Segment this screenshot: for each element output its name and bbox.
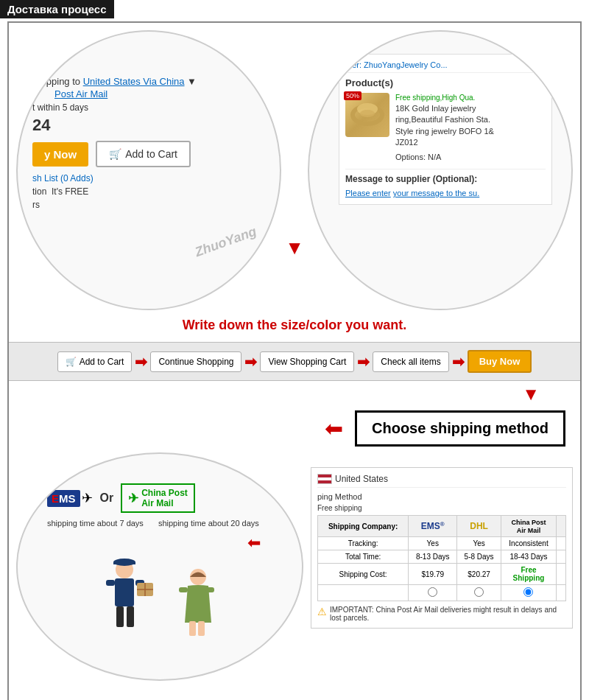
- down-arrow-connector: ▼: [285, 237, 304, 259]
- china-post-box: ✈ China Post Air Mail: [121, 483, 195, 513]
- arrow-3: ➡: [357, 353, 370, 371]
- dhl-radio-input[interactable]: [474, 587, 484, 597]
- bottom-circle-inner: EMS ✈ Or ✈ China Post Air Mail: [47, 483, 275, 637]
- bottom-section: EMS ✈ Or ✈ China Post Air Mail: [9, 452, 580, 681]
- dhl-cost: $20.27: [457, 564, 501, 585]
- shipping-options-row: EMS ✈ Or ✈ China Post Air Mail: [47, 483, 275, 513]
- ems-time: shipping time about 7 days: [47, 519, 144, 528]
- arrow-2: ➡: [244, 353, 257, 371]
- table-row-cost: Shipping Cost: $19.79 $20.27 FreeShippin…: [318, 564, 566, 585]
- arrow-1: ➡: [135, 353, 147, 371]
- buy-now-step[interactable]: Buy Now: [468, 350, 532, 373]
- table-header-label: Shipping Company:: [318, 516, 409, 537]
- free-shipping-cell: FreeShipping: [513, 566, 545, 582]
- wish-list[interactable]: sh List (0 Adds): [32, 173, 268, 183]
- country-name: United States: [335, 474, 388, 484]
- table-row-tracking: Tracking: Yes Yes Inconsistent: [318, 537, 566, 550]
- table-row-select: [318, 585, 566, 601]
- check-items-step[interactable]: Check all items: [373, 351, 448, 372]
- extra-cost: [557, 564, 566, 585]
- svg-rect-7: [116, 606, 124, 627]
- ems-tracking: Yes: [409, 537, 457, 550]
- ems-radio[interactable]: [409, 585, 457, 601]
- people-svg: [47, 556, 275, 637]
- main-container: Shipping to United States Via China ▼ Po…: [7, 21, 582, 700]
- china-time: 18-43 Days: [501, 550, 556, 564]
- shipping-times: shipping time about 7 days shipping time…: [47, 519, 275, 528]
- china-tracking: Inconsistent: [501, 537, 556, 550]
- shipping-table: Shipping Company: EMS® DHL China PostAir…: [317, 515, 566, 601]
- product-row: 50% Free shipping,High Qua. 18K Gold Inl…: [345, 93, 546, 163]
- label-time: Total Time:: [318, 550, 409, 564]
- china-radio-input[interactable]: [523, 587, 533, 597]
- price-text: 24: [32, 116, 268, 135]
- protection2: rs: [32, 200, 268, 210]
- seller-name: nter: ZhuoYangJewelry Co...: [345, 60, 546, 73]
- label-tracking: Tracking:: [318, 537, 409, 550]
- svg-rect-16: [198, 621, 205, 636]
- choose-shipping-left-arrow: ⬅: [325, 416, 343, 441]
- choose-shipping-box: ⬅ Choose shipping method: [9, 405, 580, 449]
- receiver-person-svg: [169, 564, 224, 637]
- table-row-time: Total Time: 8-13 Days 5-8 Days 18-43 Day…: [318, 550, 566, 564]
- product-options: Options: N/A: [395, 152, 494, 163]
- delivery-person-svg: [99, 556, 169, 637]
- sale-badge: 50%: [344, 91, 361, 100]
- cart-icon: 🛒: [109, 148, 121, 160]
- write-down-text: Write down the size/color you want.: [9, 318, 580, 333]
- bottom-right-panel: United States ping Method Free shipping …: [311, 467, 573, 629]
- china-cost: FreeShipping: [501, 564, 556, 585]
- view-cart-step[interactable]: View Shopping Cart: [260, 351, 354, 372]
- shipping-link[interactable]: United States Via China: [83, 76, 185, 87]
- product-description: Free shipping,High Qua. 18K Gold Inlay j…: [395, 93, 494, 163]
- watermark: ZhuoYang: [193, 224, 258, 261]
- extra-radio: [557, 585, 566, 601]
- shipping-method-title: ping Method: [317, 492, 566, 501]
- label-cost: Shipping Cost:: [318, 564, 409, 585]
- left-arrow-delivery: ⬅: [247, 533, 261, 553]
- important-icon: ⚠: [317, 606, 327, 617]
- extra-tracking: [557, 537, 566, 550]
- buy-now-down-arrow-row: ▼: [9, 384, 580, 405]
- continue-shopping-step[interactable]: Continue Shopping: [150, 351, 241, 372]
- message-enter-link[interactable]: Please enter: [345, 189, 391, 197]
- page-title: Доставка процесс: [0, 0, 114, 18]
- china-post-label2: Air Mail: [141, 498, 188, 508]
- shipping-link2[interactable]: Post Air Mail: [54, 88, 268, 99]
- table-header-ems: EMS®: [409, 516, 457, 537]
- message-section: Message to supplier (Optional): Please e…: [345, 169, 546, 198]
- ems-time: 8-13 Days: [409, 550, 457, 564]
- svg-rect-5: [113, 562, 135, 564]
- products-header: Product(s): [345, 77, 546, 88]
- label-select: [318, 585, 409, 601]
- or-text: Or: [100, 491, 114, 505]
- svg-rect-18: [205, 587, 214, 592]
- ems-logo: EMS ✈: [47, 490, 93, 507]
- protection: tion It's FREE: [32, 186, 268, 197]
- left-arrow-row: ⬅: [47, 533, 261, 553]
- svg-rect-15: [189, 621, 196, 636]
- svg-rect-8: [127, 606, 134, 627]
- shipping-to-label: Shipping to United States Via China ▼: [32, 76, 268, 87]
- dhl-time: 5-8 Days: [457, 550, 501, 564]
- ems-text: EMS: [47, 490, 80, 507]
- table-header-dhl: DHL: [457, 516, 501, 537]
- important-note: ⚠ IMPORTANT: China Post Air Mail deliver…: [317, 606, 566, 622]
- buy-now-button[interactable]: y Now: [32, 142, 88, 167]
- dhl-radio[interactable]: [457, 585, 501, 601]
- add-to-cart-step[interactable]: 🛒 Add to Cart: [57, 351, 133, 372]
- choose-shipping-label: Choose shipping method: [355, 410, 565, 447]
- important-text: IMPORTANT: China Post Air Mail deliverie…: [330, 606, 566, 622]
- delivery-days: t within 5 days: [32, 102, 268, 113]
- us-flag-icon: [317, 474, 332, 484]
- svg-rect-17: [179, 587, 188, 592]
- right-circle-content: nter: ZhuoYangJewelry Co... Product(s) 5…: [339, 54, 552, 205]
- china-radio[interactable]: [501, 585, 556, 601]
- left-circle-content: Shipping to United States Via China ▼ Po…: [32, 76, 268, 213]
- svg-point-2: [360, 110, 375, 117]
- add-to-cart-button[interactable]: 🛒 Add to Cart: [96, 141, 191, 167]
- ems-radio-input[interactable]: [428, 587, 437, 597]
- svg-rect-9: [106, 580, 115, 586]
- cart-step-icon: 🛒: [66, 357, 77, 367]
- free-shipping-label: Free shipping: [317, 504, 566, 512]
